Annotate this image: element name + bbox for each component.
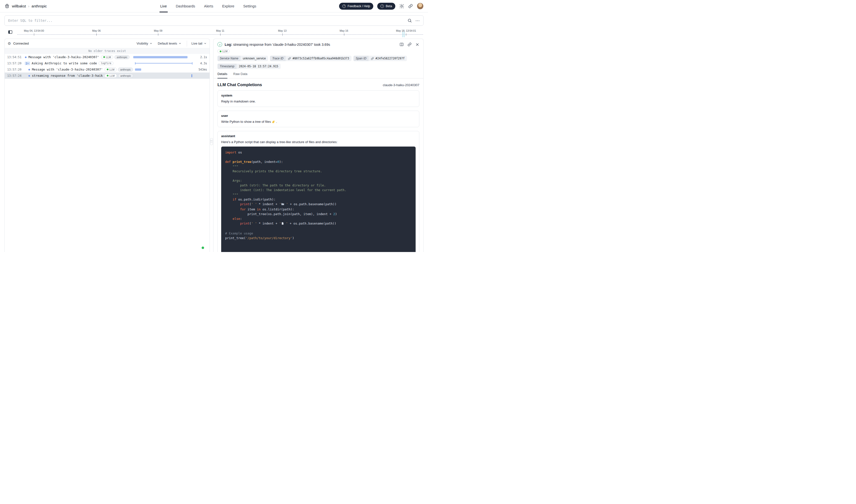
- navbar: willbakst › anthropic Live Dashboards Al…: [0, 0, 428, 12]
- trace-duration: 543ms: [194, 68, 208, 71]
- trace-row[interactable]: 13:57:24 ◆ streaming response from 'clau…: [5, 73, 210, 79]
- message-content: Reply in markdown one.: [221, 100, 416, 103]
- panel-splitter[interactable]: [210, 39, 213, 252]
- timeline-tick: [158, 33, 158, 36]
- trace-row[interactable]: 13:57:20 2− Asking Anthropic to write so…: [5, 60, 210, 66]
- tab-raw-data[interactable]: Raw Data: [233, 72, 247, 78]
- tab-settings[interactable]: Settings: [243, 0, 256, 12]
- tag-chip: LLM: [105, 68, 117, 72]
- detail-timestamp-row: Timestamp 2024-05-18 13:57:24.915: [213, 61, 423, 69]
- navbar-actions: ? Feedback / Help ! Beta: [339, 3, 423, 10]
- timeline-label: May 16: [339, 29, 348, 32]
- gear-icon[interactable]: ⚙: [8, 41, 11, 46]
- logfire-logo-icon[interactable]: [4, 3, 10, 9]
- message-text-suffix: .: [276, 120, 277, 124]
- detail-meta-row: Service Name unknown_service Trace ID #8…: [213, 53, 423, 61]
- visibility-dropdown[interactable]: Visibility: [137, 41, 152, 45]
- connection-status: Connected: [13, 41, 29, 45]
- tag-chip: anthropic: [118, 74, 133, 78]
- trace-bar-track: [133, 66, 194, 73]
- breadcrumb-project[interactable]: anthropic: [32, 4, 47, 8]
- timeline-label: May 09: [154, 29, 162, 32]
- span-diamond-icon: ◆: [28, 74, 30, 77]
- log-title-text: streaming response from 'claude-3-haiku-…: [233, 42, 330, 47]
- timeline-track[interactable]: May 04, 13:54:00May 06May 09May 11May 13…: [17, 28, 423, 39]
- tab-dashboards[interactable]: Dashboards: [176, 0, 195, 12]
- tag-chip: anthropic: [115, 55, 129, 59]
- tab-live[interactable]: Live: [160, 0, 167, 12]
- detail-header: i Log:streaming response from 'claude-3-…: [213, 39, 423, 48]
- breadcrumb-separator: ›: [28, 4, 30, 8]
- section-title: LLM Chat Completions: [217, 83, 262, 87]
- file-icon: [281, 221, 284, 226]
- timeline-tick: [282, 33, 283, 36]
- message-content: Here's a Python script that can display …: [221, 140, 416, 144]
- trace-tags: LLManthropic: [105, 68, 133, 72]
- span-id-value[interactable]: #24fe5822720f297f: [375, 57, 405, 60]
- layout-columns-icon[interactable]: [400, 42, 404, 47]
- filter-menu-button[interactable]: ⋯: [415, 18, 420, 23]
- collapse-count-badge: 2−: [25, 61, 30, 65]
- default-levels-dropdown[interactable]: Default levels: [158, 41, 181, 45]
- timestamp-label: Timestamp: [217, 64, 237, 69]
- detail-tags: LLM: [213, 48, 423, 53]
- feedback-help-label: Feedback / Help: [348, 4, 370, 8]
- timeline-label: May 11: [216, 29, 224, 32]
- log-title: Log:streaming response from 'claude-3-ha…: [225, 42, 330, 47]
- service-name-label: Service Name: [217, 56, 241, 61]
- folder-icon: [281, 202, 284, 207]
- splitter-grip-icon[interactable]: [210, 138, 213, 145]
- trace-row[interactable]: 13:54:51 ◆ Message with 'claude-3-haiku-…: [5, 54, 210, 60]
- message-card-system: system Reply in markdown one.: [217, 90, 419, 107]
- sql-filter-bar: ⋯: [4, 15, 423, 26]
- tab-explore[interactable]: Explore: [222, 0, 234, 12]
- tag-chip: anthropic: [118, 68, 133, 72]
- trace-duration: 4.3s: [194, 61, 208, 65]
- trace-label: Message with 'claude-3-haiku-20240307': [29, 55, 99, 59]
- timeline-cursor[interactable]: [402, 32, 404, 37]
- traces-header: ⚙ Connected Visibility Default levels Li…: [5, 39, 210, 48]
- span-id-pill: Span ID #24fe5822720f297f: [353, 56, 407, 61]
- search-icon[interactable]: [407, 18, 412, 23]
- file-icon: [281, 222, 284, 225]
- code-block[interactable]: import os def print_tree(path, indent=0)…: [221, 146, 416, 252]
- message-content: Write Python to show a tree of files .: [221, 120, 416, 124]
- timeline-label: May 18, 13:54:01: [396, 29, 416, 32]
- user-avatar[interactable]: [417, 3, 423, 10]
- main-split: ⚙ Connected Visibility Default levels Li…: [0, 39, 428, 252]
- feedback-help-button[interactable]: ? Feedback / Help: [339, 3, 373, 10]
- share-link-icon[interactable]: [408, 4, 413, 8]
- trace-duration-bar: [191, 74, 192, 77]
- trace-row[interactable]: 13:57:20 ◆ Message with 'claude-3-haiku-…: [5, 66, 210, 73]
- trace-id-value[interactable]: #8073c52a62ffb9ba05c4aa948d01b373: [293, 57, 349, 60]
- trace-duration-bar: [135, 62, 192, 65]
- model-name: claude-3-haiku-20240307: [383, 83, 419, 87]
- span-diamond-icon: ◆: [25, 56, 27, 58]
- collapse-panel-icon[interactable]: [8, 30, 13, 34]
- question-circle-icon: ?: [342, 4, 346, 8]
- chevron-down-icon: [179, 42, 181, 45]
- span-diamond-icon: ◆: [28, 68, 30, 71]
- info-circle-icon: !: [381, 4, 384, 8]
- sql-filter-input[interactable]: [8, 19, 404, 22]
- beta-button[interactable]: ! Beta: [377, 3, 395, 10]
- trace-id-pill: Trace ID #8073c52a62ffb9ba05c4aa948d01b3…: [270, 56, 351, 61]
- service-name-pill: Service Name unknown_service: [217, 56, 268, 61]
- timeline-label: May 13: [278, 29, 286, 32]
- folder-icon: [281, 202, 284, 206]
- theme-toggle-sun-icon[interactable]: [399, 4, 404, 9]
- trace-content: ◆ streaming response from 'claude-3-haik…: [23, 74, 133, 78]
- message-text: Write Python to show a tree of files: [221, 120, 271, 124]
- llm-tag-label: LLM: [223, 50, 227, 53]
- chevron-down-icon: [150, 42, 152, 45]
- traces-panel: ⚙ Connected Visibility Default levels Li…: [4, 39, 210, 252]
- live-tail-dropdown[interactable]: Live tail: [191, 41, 207, 45]
- close-icon[interactable]: [415, 42, 419, 47]
- live-indicator-dot: [202, 247, 204, 249]
- trace-time: 13:54:51: [7, 55, 23, 59]
- breadcrumb-org[interactable]: willbakst: [12, 4, 26, 8]
- tab-details[interactable]: Details: [217, 72, 227, 78]
- copy-link-icon[interactable]: [407, 42, 412, 47]
- tab-alerts[interactable]: Alerts: [204, 0, 213, 12]
- service-name-value: unknown_service: [241, 56, 268, 61]
